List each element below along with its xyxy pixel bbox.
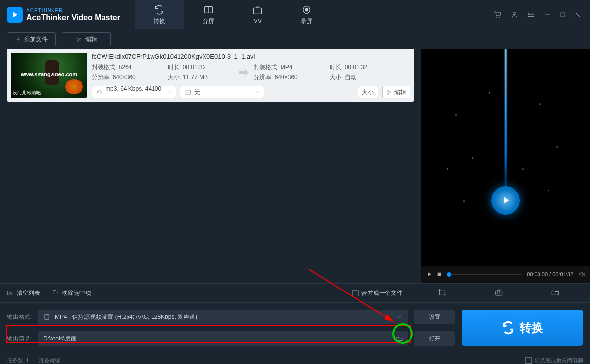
play-button[interactable]: [426, 271, 432, 277]
svg-rect-33: [438, 273, 441, 276]
svg-point-27: [387, 90, 389, 92]
stop-button[interactable]: [437, 272, 442, 277]
menu-icon[interactable]: [527, 11, 535, 19]
toolbar: 添加文件 编辑: [0, 29, 590, 49]
brand-title: AceThinker Video Master: [26, 13, 120, 22]
open-folder-button[interactable]: [551, 288, 560, 298]
svg-rect-37: [53, 291, 56, 294]
player-controls: 00:00:00 / 00:01:32: [421, 266, 590, 283]
svg-marker-32: [428, 272, 431, 276]
mv-icon: [252, 5, 263, 16]
browse-folder-button[interactable]: [390, 331, 408, 346]
arrow-right-icon: [238, 68, 250, 77]
svg-rect-24: [185, 90, 191, 94]
settings-button[interactable]: 设置: [414, 310, 455, 324]
chevron-down-icon: [397, 314, 403, 320]
svg-rect-40: [440, 290, 445, 295]
status-text: 准备就绪: [39, 357, 60, 364]
svg-point-20: [77, 40, 78, 42]
preview-panel: 00:00:00 / 00:01:32: [421, 49, 590, 283]
brand-subtitle: ACETHINKER: [26, 8, 120, 13]
tab-split[interactable]: 分屏: [184, 0, 233, 29]
main-tabs: 转换 分屏 MV 录屏: [135, 0, 331, 29]
chevron-down-icon: [167, 90, 172, 95]
convert-button[interactable]: 转换: [462, 310, 583, 346]
preview-tools: [414, 288, 583, 298]
output-format-label: 输出格式:: [7, 313, 33, 321]
svg-point-10: [528, 13, 528, 13]
item-edit-button[interactable]: 编辑: [382, 86, 410, 98]
tab-mv[interactable]: MV: [233, 0, 282, 29]
list-actions-bar: 清空列表 移除选中项 合并成一个文件: [0, 283, 590, 303]
app-logo: [7, 7, 23, 23]
shutdown-label: 转换完成后关闭电脑: [535, 357, 583, 364]
edit-button[interactable]: 编辑: [62, 32, 111, 46]
account-icon[interactable]: [511, 11, 518, 19]
subtitle-icon: [184, 89, 191, 96]
svg-marker-31: [504, 197, 509, 204]
tab-convert[interactable]: 转换: [135, 0, 184, 29]
cart-icon[interactable]: [494, 11, 502, 19]
close-button[interactable]: [574, 11, 581, 18]
svg-point-19: [77, 37, 78, 39]
tab-record[interactable]: 录屏: [282, 0, 331, 29]
window-controls: [494, 11, 590, 19]
progress-slider[interactable]: [447, 274, 522, 275]
split-icon: [203, 4, 214, 15]
video-thumbnail[interactable]: www.sifangvideo.com 没门儿 欧嗨吧: [11, 53, 87, 98]
minimize-button[interactable]: [544, 11, 551, 18]
open-output-button[interactable]: 打开: [414, 331, 455, 346]
svg-rect-47: [45, 315, 49, 320]
preview-canvas[interactable]: [421, 49, 590, 266]
chevron-down-icon: [255, 90, 260, 95]
svg-point-46: [497, 291, 500, 294]
audio-icon: [96, 89, 103, 96]
thumbnail-watermark: www.sifangvideo.com: [11, 72, 87, 77]
file-card[interactable]: www.sifangvideo.com 没门儿 欧嗨吧 fcCWIEkdlx07…: [7, 49, 414, 102]
file-info-grid: 封装格式: h264 时长: 00:01:32 封装格式: MP4 时长: 00…: [92, 63, 410, 82]
maximize-button[interactable]: [560, 12, 565, 18]
player-time: 00:00:00 / 00:01:32: [527, 271, 573, 277]
remove-icon: [52, 290, 59, 296]
record-icon: [301, 4, 312, 15]
snapshot-button[interactable]: [494, 288, 503, 298]
clear-list-button[interactable]: 清空列表: [7, 289, 40, 297]
svg-rect-3: [254, 8, 262, 14]
svg-line-30: [389, 91, 392, 93]
scissors-icon: [386, 89, 392, 95]
svg-rect-14: [561, 13, 564, 17]
shutdown-checkbox[interactable]: [525, 357, 532, 364]
svg-point-6: [513, 12, 515, 15]
file-name: fcCWIEkdlx07CFrP1wGk01041200KgvX0E010-3_…: [92, 53, 410, 60]
remove-selected-button[interactable]: 移除选中项: [52, 289, 91, 297]
svg-point-28: [387, 93, 389, 95]
output-format-select[interactable]: MP4 - 保持源视频设置 (H.264; AAC, 128Kbps, 双声道): [38, 310, 408, 324]
output-dir-input[interactable]: D:\tools\桌面: [38, 331, 408, 346]
svg-marker-23: [239, 69, 249, 76]
status-bar: 任务数: 1 准备就绪 转换完成后关闭电脑: [0, 353, 590, 364]
merge-checkbox[interactable]: [352, 290, 359, 296]
folder-icon: [395, 335, 403, 342]
merge-label: 合并成一个文件: [361, 289, 403, 297]
size-button[interactable]: 大小: [358, 86, 378, 98]
svg-point-11: [528, 14, 528, 15]
thumbnail-caption: 没门儿 欧嗨吧: [13, 90, 41, 96]
add-file-button[interactable]: 添加文件: [7, 32, 56, 46]
svg-point-12: [528, 16, 528, 17]
titlebar: ACETHINKER AceThinker Video Master 转换 分屏…: [0, 0, 590, 29]
crop-tool-button[interactable]: [438, 288, 447, 298]
svg-marker-0: [13, 12, 17, 18]
convert-icon: [154, 4, 165, 15]
file-icon: [43, 314, 50, 320]
svg-line-29: [389, 91, 392, 94]
svg-point-5: [305, 8, 308, 11]
clear-icon: [7, 290, 14, 296]
audio-track-select[interactable]: mp3, 64 Kbps, 44100 ...: [92, 86, 176, 98]
subtitle-select[interactable]: 无: [180, 86, 264, 98]
file-list: www.sifangvideo.com 没门儿 欧嗨吧 fcCWIEkdlx07…: [0, 49, 421, 283]
play-orb-icon: [491, 186, 520, 215]
volume-button[interactable]: [578, 271, 585, 278]
task-count-label: 任务数: 1: [7, 357, 29, 364]
output-dir-label: 输出目录:: [7, 335, 33, 343]
